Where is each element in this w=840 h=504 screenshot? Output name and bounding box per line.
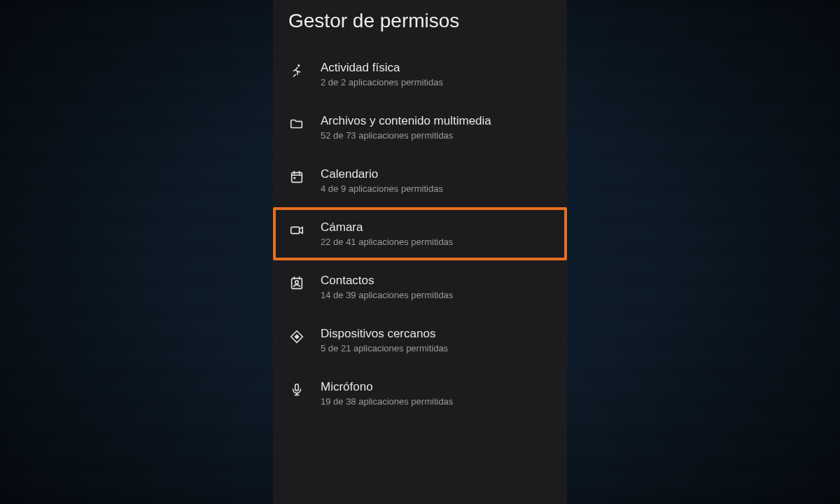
permission-label: Micrófono — [321, 380, 453, 394]
permission-text-group: Actividad física 2 de 2 aplicaciones per… — [321, 61, 443, 88]
svg-point-5 — [295, 281, 299, 284]
permission-label: Contactos — [321, 274, 453, 288]
permission-label: Calendario — [321, 167, 443, 181]
permission-subtitle: 4 de 9 aplicaciones permitidas — [321, 183, 443, 194]
permission-label: Dispositivos cercanos — [321, 327, 448, 341]
svg-rect-3 — [291, 227, 300, 233]
permission-list: Actividad física 2 de 2 aplicaciones per… — [273, 48, 567, 420]
permission-text-group: Contactos 14 de 39 aplicaciones permitid… — [321, 274, 453, 300]
permission-subtitle: 52 de 73 aplicaciones permitidas — [321, 130, 491, 141]
microphone-icon — [288, 382, 305, 398]
svg-rect-1 — [292, 173, 302, 183]
permission-text-group: Calendario 4 de 9 aplicaciones permitida… — [321, 167, 443, 194]
permission-label: Actividad física — [321, 61, 443, 75]
permission-text-group: Cámara 22 de 41 aplicaciones permitidas — [321, 220, 453, 247]
permission-text-group: Archivos y contenido multimedia 52 de 73… — [321, 114, 491, 141]
camera-icon — [288, 222, 305, 239]
permission-item-nearby[interactable]: Dispositivos cercanos 5 de 21 aplicacion… — [273, 314, 567, 367]
permission-item-files[interactable]: Archivos y contenido multimedia 52 de 73… — [273, 101, 567, 154]
permission-item-contacts[interactable]: Contactos 14 de 39 aplicaciones permitid… — [273, 260, 567, 314]
svg-rect-6 — [295, 384, 299, 391]
permission-subtitle: 14 de 39 aplicaciones permitidas — [321, 290, 453, 300]
svg-rect-2 — [293, 177, 295, 179]
permission-subtitle: 19 de 38 aplicaciones permitidas — [321, 396, 453, 407]
permission-item-camera[interactable]: Cámara 22 de 41 aplicaciones permitidas — [273, 207, 567, 260]
page-title: Gestor de permisos — [273, 6, 567, 48]
permission-label: Archivos y contenido multimedia — [321, 114, 491, 128]
permission-item-calendar[interactable]: Calendario 4 de 9 aplicaciones permitida… — [273, 154, 567, 207]
permission-item-microphone[interactable]: Micrófono 19 de 38 aplicaciones permitid… — [273, 367, 567, 420]
permission-text-group: Micrófono 19 de 38 aplicaciones permitid… — [321, 380, 453, 407]
nearby-icon — [288, 328, 305, 345]
permission-subtitle: 2 de 2 aplicaciones permitidas — [321, 77, 443, 88]
permission-item-activity[interactable]: Actividad física 2 de 2 aplicaciones per… — [273, 48, 567, 101]
folder-icon — [288, 115, 305, 132]
permission-subtitle: 5 de 21 aplicaciones permitidas — [321, 343, 448, 354]
permission-subtitle: 22 de 41 aplicaciones permitidas — [321, 237, 453, 247]
calendar-icon — [288, 169, 305, 186]
permission-manager-panel: Gestor de permisos Actividad física 2 de… — [273, 0, 567, 504]
permission-label: Cámara — [321, 220, 453, 234]
permission-text-group: Dispositivos cercanos 5 de 21 aplicacion… — [321, 327, 448, 354]
contacts-icon — [288, 275, 305, 292]
svg-point-0 — [298, 64, 300, 66]
running-icon — [288, 62, 305, 79]
